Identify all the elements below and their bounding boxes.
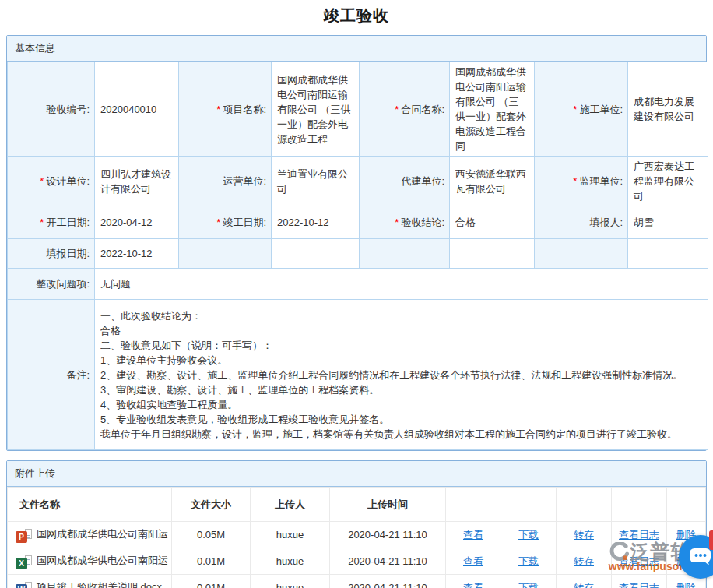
excel-file-icon: X [16, 555, 32, 569]
required-marker: * [395, 217, 399, 228]
empty-label-cell [535, 239, 628, 269]
column-header-action [501, 488, 557, 522]
file-name-cell: W项目竣工验收相关说明.docx [8, 575, 172, 588]
field-value-design-unit: 四川弘才建筑设计有限公司 [95, 157, 179, 206]
field-label-contract-name: *合同名称: [360, 62, 450, 157]
field-value-contract-name: 国网成都成华供电公司南阳运输有限公司 （三供一业）配套外电源改造工程合同 [450, 62, 535, 157]
file-upload-time: 2020-04-21 11:10 [330, 522, 446, 548]
column-header-action [667, 488, 706, 522]
file-upload-time: 2020-04-21 11:10 [330, 575, 446, 588]
field-label-start-date: *开工日期: [8, 206, 95, 239]
field-label-completion-date: *竣工日期: [179, 206, 272, 239]
file-size: 0.01M [172, 548, 251, 575]
delete-link[interactable]: 删除 [676, 582, 697, 588]
attachments-header-row: 文件名称 文件大小 上传人 上传时间 [8, 488, 706, 522]
required-marker: * [395, 104, 399, 115]
download-link[interactable]: 下载 [518, 529, 539, 540]
field-value-start-date: 2020-04-12 [95, 206, 179, 239]
column-header-uploader: 上传人 [251, 488, 330, 522]
field-label-rectification-items: 整改问题项: [8, 269, 95, 300]
required-marker: * [216, 217, 220, 228]
field-label-project-name: *项目名称: [179, 62, 272, 157]
field-value-operation-unit: 兰迪置业有限公司 [272, 157, 360, 206]
view-log-link[interactable]: 查看日志 [619, 555, 659, 567]
field-label-acceptance-conclusion: *验收结论: [360, 206, 450, 239]
field-value-rectification-items: 无问题 [95, 269, 708, 300]
field-value-remark: 一、此次验收结论为： 合格 二、验收意见如下（说明：可手写）： 1、建设单位主持… [95, 300, 708, 450]
attachments-section: 附件上传 文件名称 文件大小 上传人 上传时间 P国网成都成华供电公司南阳运 0… [6, 460, 707, 588]
file-uploader: huxue [251, 522, 330, 548]
field-label-report-date: 填报日期: [8, 239, 95, 269]
field-label-supervision-unit: *监理单位: [535, 157, 628, 206]
empty-label-cell [360, 239, 450, 269]
attachment-row: P国网成都成华供电公司南阳运 0.05M huxue 2020-04-21 11… [8, 522, 706, 548]
field-value-report-date: 2022-10-12 [95, 239, 179, 269]
field-label-remark: 备注: [8, 300, 95, 450]
column-header-upload-time: 上传时间 [330, 488, 446, 522]
attachments-table: 文件名称 文件大小 上传人 上传时间 P国网成都成华供电公司南阳运 0.05M … [7, 487, 706, 588]
word-file-icon: W [16, 582, 32, 588]
view-link[interactable]: 查看 [463, 582, 483, 588]
field-value-supervision-unit: 广西宏泰达工程监理有限公司 [628, 157, 708, 206]
file-name-text: 项目竣工验收相关说明.docx [37, 581, 162, 588]
field-value-completion-date: 2022-10-12 [272, 206, 360, 239]
file-name-text: 国网成都成华供电公司南阳运 [37, 555, 168, 566]
view-log-link[interactable]: 查看日志 [619, 529, 659, 540]
file-size: 0.01M [172, 575, 251, 588]
attachment-row: W项目竣工验收相关说明.docx 0.01M huxue 2020-04-21 … [8, 575, 706, 588]
required-marker: * [40, 217, 44, 228]
empty-value-cell [450, 239, 535, 269]
attachment-row: X国网成都成华供电公司南阳运 0.01M huxue 2020-04-21 11… [8, 548, 706, 575]
chat-notification-badge [709, 530, 713, 550]
column-header-action [612, 488, 667, 522]
file-uploader: huxue [251, 575, 330, 588]
page-title: 竣工验收 [0, 0, 713, 35]
field-value-agent-unit: 西安德派华联西瓦有限公司 [450, 157, 535, 206]
download-link[interactable]: 下载 [518, 555, 539, 567]
field-label-acceptance-no: 验收编号: [8, 62, 95, 157]
empty-value-cell [272, 239, 360, 269]
view-log-link[interactable]: 查看日志 [619, 582, 659, 588]
powerpoint-file-icon: P [16, 529, 32, 543]
required-marker: * [40, 175, 44, 187]
file-size: 0.05M [172, 522, 251, 548]
field-label-construction-unit: *施工单位: [535, 62, 628, 157]
column-header-action [557, 488, 612, 522]
field-label-operation-unit: 运营单位: [179, 157, 272, 206]
view-link[interactable]: 查看 [463, 529, 483, 540]
file-name-cell: X国网成都成华供电公司南阳运 [8, 548, 172, 575]
attachments-section-title: 附件上传 [7, 461, 706, 487]
field-label-reporter: 填报人: [535, 206, 628, 239]
field-value-construction-unit: 成都电力发展建设有限公司 [628, 62, 708, 157]
download-link[interactable]: 下载 [518, 582, 539, 588]
column-header-file-size: 文件大小 [172, 488, 251, 522]
field-label-design-unit: *设计单位: [8, 157, 95, 206]
file-uploader: huxue [251, 548, 330, 575]
required-marker: * [216, 104, 220, 115]
file-upload-time: 2020-04-21 11:10 [330, 548, 446, 575]
field-value-project-name: 国网成都成华供电公司南阳运输有限公司 （三供一业）配套外电源改造工程 [272, 62, 360, 157]
field-value-acceptance-no: 2020040010 [95, 62, 179, 157]
column-header-action [446, 488, 501, 522]
file-name-text: 国网成都成华供电公司南阳运 [37, 528, 168, 540]
field-value-reporter: 胡雪 [628, 206, 708, 239]
file-name-cell: P国网成都成华供电公司南阳运 [8, 522, 172, 548]
basic-info-section-title: 基本信息 [7, 36, 706, 62]
field-value-acceptance-conclusion: 合格 [450, 206, 535, 239]
basic-info-table: 验收编号: 2020040010 *项目名称: 国网成都成华供电公司南阳运输有限… [7, 62, 708, 450]
transfer-link[interactable]: 转存 [574, 529, 594, 540]
view-link[interactable]: 查看 [463, 555, 483, 567]
basic-info-section: 基本信息 验收编号: 2020040010 *项目名称: 国网成都成华供电公司南… [6, 35, 707, 451]
column-header-file-name: 文件名称 [8, 488, 172, 522]
transfer-link[interactable]: 转存 [574, 582, 594, 588]
field-label-agent-unit: 代建单位: [360, 157, 450, 206]
empty-label-cell [179, 239, 272, 269]
empty-value-cell [628, 239, 708, 269]
required-marker: * [573, 175, 577, 187]
required-marker: * [573, 104, 577, 115]
transfer-link[interactable]: 转存 [574, 555, 594, 567]
